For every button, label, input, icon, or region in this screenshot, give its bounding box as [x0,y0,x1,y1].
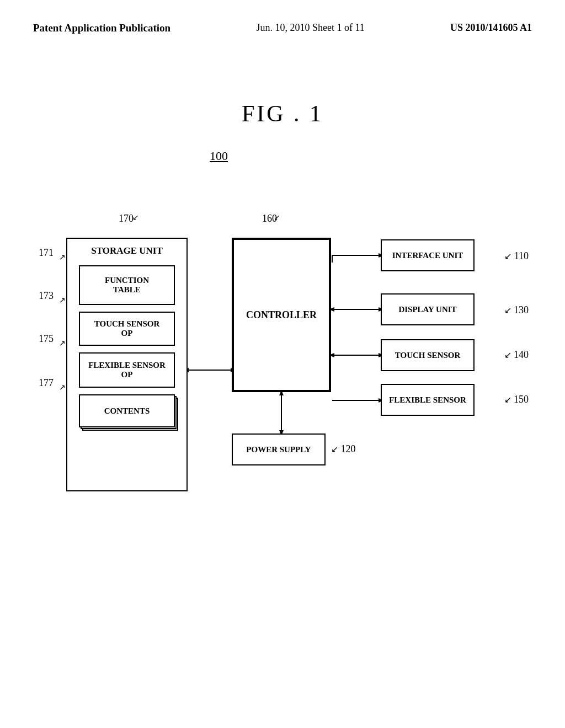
display-unit-box: DISPLAY UNIT [381,293,475,325]
power-supply-label: POWER SUPPLY [246,445,311,454]
flexible-sensor-op-box: FLEXIBLE SENSOROP [79,352,175,388]
ref-177: 177 [39,377,54,389]
ref-177-arrow: ↗ [59,383,66,392]
ref-110: ↙ 110 [504,250,529,262]
figure-label: FIG . 1 [0,100,565,127]
touch-sensor-box: TOUCH SENSOR [381,339,475,371]
flexible-sensor-label: FLEXIBLE SENSOR [389,395,466,405]
ref-170: 170 [119,213,134,224]
diagram-area: STORAGE UNIT FUNCTIONTABLE TOUCH SENSORO… [33,207,530,593]
system-number: 100 [210,149,565,163]
storage-unit-box: STORAGE UNIT FUNCTIONTABLE TOUCH SENSORO… [66,238,188,491]
contents-label: CONTENTS [104,406,150,416]
touch-sensor-op-box: TOUCH SENSOROP [79,312,175,346]
touch-sensor-label: TOUCH SENSOR [395,351,461,360]
function-table-label: FUNCTIONTABLE [105,276,149,295]
interface-unit-box: INTERFACE UNIT [381,239,475,271]
power-supply-box: POWER SUPPLY [232,433,326,465]
ref-175: 175 [39,333,54,345]
display-unit-label: DISPLAY UNIT [398,305,456,314]
ref-130: ↙ 130 [504,304,529,316]
ref-140: ↙ 140 [504,349,529,361]
ref-150: ↙ 150 [504,394,529,405]
header-left: Patent Application Publication [33,22,170,34]
ref-173-arrow: ↗ [59,296,66,305]
ref-175-arrow: ↗ [59,339,66,348]
flexible-sensor-box: FLEXIBLE SENSOR [381,384,475,416]
function-table-box: FUNCTIONTABLE [79,265,175,305]
touch-sensor-op-label: TOUCH SENSOROP [94,319,160,338]
controller-label: CONTROLLER [246,309,317,321]
header-right: US 2010/141605 A1 [450,22,532,34]
ref-170-arrow: ↙ [132,213,139,222]
ref-171: 171 [39,247,54,259]
controller-box: CONTROLLER [232,238,331,392]
ref-120: ↙ 120 [331,443,356,455]
ref-173: 173 [39,290,54,302]
contents-box: CONTENTS [79,394,175,427]
storage-unit-label: STORAGE UNIT [67,245,186,256]
header-center: Jun. 10, 2010 Sheet 1 of 11 [256,22,364,34]
ref-160-arrow: ↙ [274,213,280,222]
page-header: Patent Application Publication Jun. 10, … [0,0,565,34]
flexible-sensor-op-label: FLEXIBLE SENSOROP [88,361,166,379]
ref-171-arrow: ↗ [59,253,66,262]
interface-unit-label: INTERFACE UNIT [392,251,463,260]
